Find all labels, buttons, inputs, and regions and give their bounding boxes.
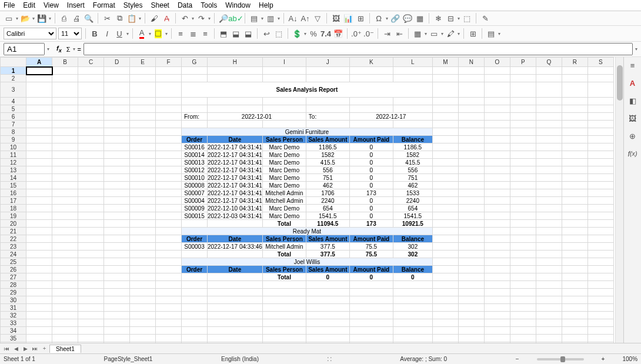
redo-icon[interactable]: ↷ bbox=[196, 13, 206, 24]
cell[interactable] bbox=[393, 105, 432, 113]
sidebar-functions-icon[interactable]: f(x) bbox=[628, 149, 637, 158]
zoom-minus-icon[interactable]: − bbox=[516, 356, 519, 362]
cell[interactable] bbox=[510, 258, 536, 266]
column-header-D[interactable]: D bbox=[104, 58, 130, 67]
cell[interactable] bbox=[78, 105, 104, 113]
cell[interactable]: 2022-12-17 04:31:41 bbox=[208, 143, 263, 151]
cell[interactable]: 415.5 bbox=[306, 159, 349, 166]
cell[interactable] bbox=[26, 281, 52, 289]
cell[interactable] bbox=[104, 228, 130, 235]
cell[interactable] bbox=[562, 205, 587, 212]
cell[interactable] bbox=[432, 228, 458, 235]
row-header-32[interactable]: 32 bbox=[1, 312, 26, 319]
cell[interactable] bbox=[52, 105, 78, 113]
cell[interactable] bbox=[432, 75, 458, 82]
row-header-7[interactable]: 7 bbox=[1, 121, 26, 128]
cell[interactable] bbox=[587, 258, 613, 266]
cell[interactable] bbox=[536, 205, 562, 212]
cell[interactable]: Mitchell Admin bbox=[262, 197, 306, 205]
align-center-icon[interactable]: ≣ bbox=[188, 28, 198, 39]
cell[interactable] bbox=[52, 342, 78, 343]
cell[interactable] bbox=[262, 319, 306, 327]
cell[interactable] bbox=[510, 98, 536, 105]
row-header-22[interactable]: 22 bbox=[1, 235, 26, 243]
cell[interactable] bbox=[562, 189, 587, 197]
cell[interactable] bbox=[510, 174, 536, 182]
row-icon[interactable]: ▤ bbox=[249, 13, 259, 24]
undo-icon[interactable]: ↶ bbox=[179, 13, 190, 24]
cell[interactable] bbox=[130, 235, 156, 243]
cell[interactable] bbox=[182, 335, 208, 342]
cell[interactable] bbox=[562, 281, 587, 289]
cell[interactable] bbox=[104, 113, 130, 121]
cell[interactable] bbox=[510, 251, 536, 258]
cell[interactable] bbox=[26, 266, 52, 273]
autofilter-icon[interactable]: ▽ bbox=[312, 13, 323, 24]
cell[interactable] bbox=[536, 273, 562, 281]
cell[interactable] bbox=[26, 105, 52, 113]
cell[interactable] bbox=[52, 205, 78, 212]
cell[interactable] bbox=[484, 281, 510, 289]
hyperlink-icon[interactable]: 🔗 bbox=[390, 13, 400, 24]
cell[interactable] bbox=[393, 121, 432, 128]
column-header-O[interactable]: O bbox=[484, 58, 510, 67]
cell[interactable] bbox=[432, 166, 458, 174]
cell[interactable] bbox=[182, 67, 208, 75]
cell[interactable]: 0 bbox=[349, 143, 393, 151]
cell[interactable] bbox=[484, 327, 510, 335]
cell[interactable] bbox=[104, 327, 130, 335]
cell[interactable]: Amount Paid bbox=[349, 235, 393, 243]
cell[interactable] bbox=[536, 281, 562, 289]
cell[interactable] bbox=[562, 243, 587, 251]
cell[interactable] bbox=[306, 327, 349, 335]
cell[interactable] bbox=[26, 304, 52, 312]
cell[interactable] bbox=[510, 304, 536, 312]
cell[interactable] bbox=[458, 228, 484, 235]
column-header-C[interactable]: C bbox=[78, 58, 104, 67]
cell[interactable]: S00003 bbox=[182, 243, 208, 251]
cell[interactable] bbox=[562, 105, 587, 113]
cell[interactable] bbox=[562, 75, 587, 82]
formula-expand-icon[interactable]: ▾ bbox=[635, 46, 637, 52]
cell[interactable]: 0 bbox=[349, 273, 393, 281]
align-middle-icon[interactable]: ⬓ bbox=[231, 28, 241, 39]
cell[interactable] bbox=[432, 197, 458, 205]
cell[interactable]: Order bbox=[182, 136, 208, 143]
align-bottom-icon[interactable]: ⬓ bbox=[243, 28, 253, 39]
cell[interactable] bbox=[52, 251, 78, 258]
cell[interactable]: 2022-12-17 bbox=[349, 113, 432, 121]
cell[interactable]: Sales Amount bbox=[306, 235, 349, 243]
cell[interactable] bbox=[182, 319, 208, 327]
column-icon[interactable]: ▥ bbox=[265, 13, 276, 24]
cell[interactable] bbox=[393, 75, 432, 82]
cell[interactable]: Amount Paid bbox=[349, 266, 393, 273]
cell[interactable] bbox=[104, 296, 130, 304]
add-decimal-icon[interactable]: .0⁺ bbox=[351, 28, 362, 39]
wrap-icon[interactable]: ↩ bbox=[261, 28, 272, 39]
cell[interactable] bbox=[536, 235, 562, 243]
number-icon[interactable]: 7.4 bbox=[320, 28, 331, 39]
cell[interactable]: Gemini Furniture bbox=[182, 128, 433, 136]
row-header-21[interactable]: 21 bbox=[1, 228, 26, 235]
cell[interactable]: 751 bbox=[393, 174, 432, 182]
cell[interactable] bbox=[349, 281, 393, 289]
cell[interactable] bbox=[349, 342, 393, 343]
menu-tools[interactable]: Tools bbox=[201, 1, 217, 9]
column-header-Q[interactable]: Q bbox=[536, 58, 562, 67]
cell[interactable] bbox=[262, 327, 306, 335]
cell[interactable] bbox=[156, 335, 182, 342]
column-header-I[interactable]: I bbox=[262, 58, 306, 67]
cell[interactable] bbox=[262, 67, 306, 75]
cell[interactable] bbox=[306, 281, 349, 289]
cell[interactable] bbox=[536, 335, 562, 342]
cell[interactable] bbox=[182, 220, 208, 228]
cell[interactable] bbox=[78, 166, 104, 174]
cell[interactable] bbox=[104, 174, 130, 182]
cell[interactable] bbox=[562, 251, 587, 258]
cell[interactable] bbox=[156, 105, 182, 113]
cell[interactable] bbox=[432, 212, 458, 220]
font-color-icon[interactable]: A bbox=[136, 28, 147, 39]
cell[interactable]: 2022-12-17 04:31:41 bbox=[208, 174, 263, 182]
cell[interactable] bbox=[52, 228, 78, 235]
cell[interactable]: S00014 bbox=[182, 151, 208, 159]
